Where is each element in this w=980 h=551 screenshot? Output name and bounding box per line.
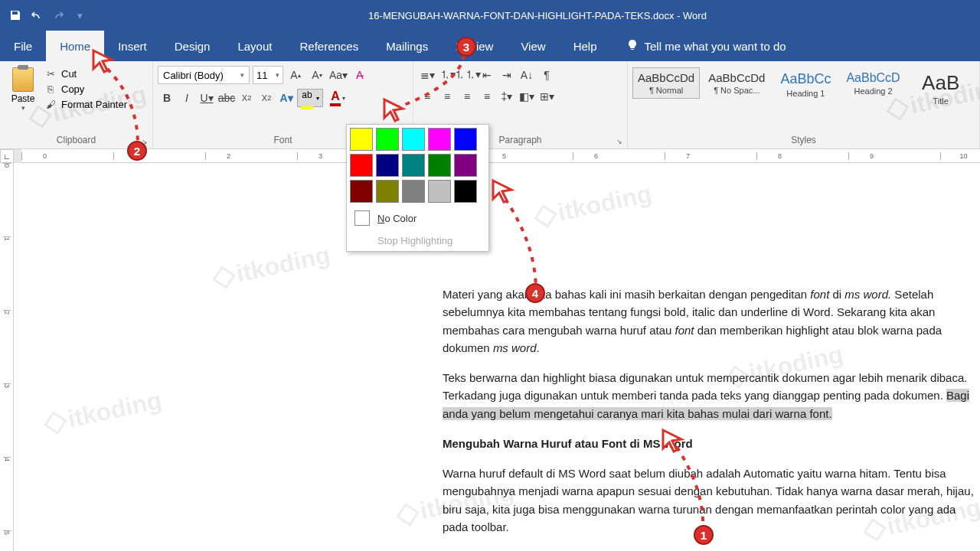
tell-me-label: Tell me what you want to do [645,40,786,53]
annotation-marker-2: 2 [127,141,147,161]
tab-file[interactable]: File [0,31,46,61]
format-painter-button[interactable]: 🖌Format Painter [44,98,127,110]
group-styles-label: Styles [791,135,816,145]
group-paragraph-label: Paragraph [498,135,541,145]
annotation-marker-3: 3 [456,37,476,57]
font-color-button[interactable]: A ▾ [325,89,351,107]
lightbulb-icon [626,39,639,54]
highlight-swatch[interactable] [350,180,373,203]
stop-highlighting-option[interactable]: Stop Highlighting [347,230,488,251]
scissors-icon: ✂ [44,67,57,80]
tab-design[interactable]: Design [161,31,224,61]
tab-references[interactable]: References [286,31,372,61]
italic-button[interactable]: I [178,89,196,107]
multilevel-button[interactable]: ⒈⒈▾ [458,66,476,84]
highlight-color-dropdown: No Color Stop Highlighting [346,124,489,252]
line-spacing-button[interactable]: ‡▾ [498,87,516,106]
align-left-button[interactable]: ≡ [418,87,436,106]
change-case-button[interactable]: Aa▾ [329,66,348,84]
highlight-swatch[interactable] [428,154,451,177]
borders-button[interactable]: ⊞▾ [537,87,556,106]
copy-button[interactable]: ⎘Copy [44,83,127,95]
tab-view[interactable]: View [507,31,559,61]
brush-icon: 🖌 [44,98,57,110]
tab-mailings[interactable]: Mailings [372,31,442,61]
highlight-swatch[interactable] [428,180,451,203]
group-clipboard-label: Clipboard [57,135,96,145]
highlight-swatch[interactable] [350,154,373,177]
highlight-swatch[interactable] [428,128,451,151]
show-marks-button[interactable]: ¶ [537,66,556,84]
shrink-font-button[interactable]: A▾ [308,66,326,84]
justify-button[interactable]: ≡ [478,87,496,106]
copy-icon: ⎘ [44,83,57,95]
qat-customize-icon[interactable]: ▾ [70,6,89,24]
annotation-cursor-icon [381,96,407,122]
style-heading-1[interactable]: AaBbCcHeading 1 [773,67,838,102]
underline-button[interactable]: U▾ [198,89,216,107]
highlight-swatch[interactable] [402,128,425,151]
chevron-down-icon: ▾ [342,95,345,102]
highlight-swatch[interactable] [376,154,399,177]
font-name-combo[interactable]: Calibri (Body)▾ [158,66,250,84]
highlight-swatch-grid [347,125,489,206]
text-effects-button[interactable]: A▾ [277,89,296,107]
paste-icon [12,67,34,92]
group-clipboard: Paste ▾ ✂Cut ⎘Copy 🖌Format Painter Clipb… [0,61,153,148]
annotation-cursor-icon [660,427,686,453]
ribbon: Paste ▾ ✂Cut ⎘Copy 🖌Format Painter Clipb… [0,61,980,149]
style-heading-2[interactable]: AaBbCcDHeading 2 [841,67,905,99]
annotation-marker-1: 1 [694,525,714,545]
doc-paragraph-1: Materi yang akan kita bahas kali ini mas… [443,285,980,357]
tab-selector[interactable]: ∟ [0,149,14,163]
font-size-combo[interactable]: 11▾ [253,66,283,84]
highlight-swatch[interactable] [454,128,477,151]
highlight-swatch[interactable] [376,128,399,151]
tab-help[interactable]: Help [560,31,611,61]
highlight-button[interactable]: ab ▾ [297,89,323,107]
highlight-swatch[interactable] [454,154,477,177]
superscript-button[interactable]: X2 [257,89,276,107]
subscript-button[interactable]: X2 [237,89,256,107]
paste-button[interactable]: Paste ▾ [5,64,41,112]
grow-font-button[interactable]: A▴ [286,66,305,84]
highlight-swatch[interactable] [350,128,373,151]
sort-button[interactable]: A↓ [518,66,536,84]
bold-button[interactable]: B [158,89,176,107]
style-no-spacing[interactable]: AaBbCcDd¶ No Spac... [703,67,770,99]
highlight-swatch[interactable] [454,180,477,203]
no-color-option[interactable]: No Color [347,206,488,230]
strikethrough-button[interactable]: abc [217,89,236,107]
align-center-button[interactable]: ≡ [438,87,456,106]
horizontal-ruler[interactable]: 01234567891011121314 [21,149,980,163]
annotation-cursor-icon [90,47,116,73]
paragraph-launcher-icon[interactable]: ↘ [616,138,622,145]
no-color-swatch-icon [354,210,370,226]
redo-icon[interactable] [49,6,67,24]
annotation-marker-4: 4 [525,283,545,303]
align-right-button[interactable]: ≡ [458,87,476,106]
highlight-swatch[interactable] [402,180,425,203]
clear-formatting-button[interactable]: A̶ [351,66,369,84]
highlight-swatch[interactable] [376,180,399,203]
doc-heading: Mengubah Warna Huruf atau Font di MS Wor… [443,435,980,452]
decrease-indent-button[interactable]: ⇤ [478,66,496,84]
annotation-cursor-icon [490,178,516,204]
vertical-ruler[interactable]: 0123456 [0,163,14,551]
tab-layout[interactable]: Layout [224,31,286,61]
style-title[interactable]: AaBTitle [909,67,973,109]
undo-icon[interactable] [28,6,46,24]
doc-paragraph-3: Warna huruf default di MS Word saat belu… [443,465,980,536]
highlight-swatch[interactable] [402,154,425,177]
shading-button[interactable]: ◧▾ [518,87,536,106]
chevron-down-icon: ▾ [240,71,244,79]
paste-label: Paste [11,93,35,104]
bullets-button[interactable]: ≣▾ [418,66,436,84]
tell-me[interactable]: Tell me what you want to do [626,31,786,61]
group-font-label: Font [273,135,292,145]
ribbon-tabs: File Home Insert Design Layout Reference… [0,31,980,61]
document-page[interactable]: Materi yang akan kita bahas kali ini mas… [14,163,980,551]
increase-indent-button[interactable]: ⇥ [498,66,516,84]
style-normal[interactable]: AaBbCcDd¶ Normal [632,67,700,99]
save-icon[interactable] [6,6,24,24]
